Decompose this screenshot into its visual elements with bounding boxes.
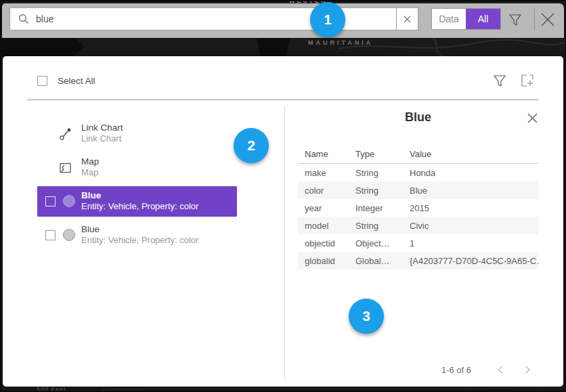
attr-value: 2015 xyxy=(410,199,538,217)
panel-divider xyxy=(284,106,285,379)
column-header-type: Type xyxy=(355,144,410,164)
result-title: Map xyxy=(81,156,99,167)
attr-value: Blue xyxy=(410,181,538,199)
result-item-map[interactable]: Map Map xyxy=(37,152,237,183)
attr-value: Civic xyxy=(410,217,538,234)
table-row: make String Honda xyxy=(298,164,538,182)
result-subtitle: Map xyxy=(81,167,99,178)
attr-type: String xyxy=(355,181,410,199)
search-box xyxy=(9,7,418,30)
column-header-name: Name xyxy=(298,144,355,164)
map-icon xyxy=(59,161,72,175)
attr-type: String xyxy=(355,164,410,182)
chevron-right-icon xyxy=(524,365,531,374)
close-icon xyxy=(527,112,538,124)
result-checkbox[interactable] xyxy=(45,196,56,206)
toolbar-divider xyxy=(534,9,535,30)
search-toolbar: Data All xyxy=(2,3,564,38)
attr-type: Global… xyxy=(355,252,410,269)
table-row: color String Blue xyxy=(298,181,538,199)
result-subtitle: Link Chart xyxy=(81,133,123,144)
pagination-next-button[interactable] xyxy=(520,362,535,377)
add-to-selection-button[interactable] xyxy=(521,74,535,91)
table-row: objectid Object… 1 xyxy=(298,234,538,252)
result-subtitle: Entity: Vehicle, Property: color xyxy=(81,201,198,212)
header-divider xyxy=(27,100,538,100)
table-row: year Integer 2015 xyxy=(298,199,538,217)
table-row: globalid Global… {A4203777-D70D-4C5C-9A6… xyxy=(298,252,538,269)
result-title: Blue xyxy=(81,190,198,201)
circle-swatch-icon xyxy=(63,195,75,207)
attr-value: {A4203777-D70D-4C5C-9A65-C… xyxy=(410,252,538,269)
table-header-row: Name Type Value xyxy=(298,144,538,164)
clear-icon xyxy=(404,16,411,23)
result-item-blue-selected[interactable]: Blue Entity: Vehicle, Property: color xyxy=(37,186,237,217)
filter-icon xyxy=(508,13,522,28)
attr-name: model xyxy=(298,217,355,234)
column-header-value: Value xyxy=(410,144,538,164)
result-item-blue[interactable]: Blue Entity: Vehicle, Property: color xyxy=(37,220,237,251)
attr-name: color xyxy=(298,181,355,199)
filter-icon xyxy=(493,74,506,89)
attr-value: Honda xyxy=(410,164,538,182)
app-window: WESTER MAURITANIA 500 Feet Data All xyxy=(0,0,566,392)
mode-all-button[interactable]: All xyxy=(466,9,500,29)
select-all-label: Select All xyxy=(58,76,95,86)
chevron-left-icon xyxy=(497,365,504,374)
callout-badge-1: 1 xyxy=(310,2,345,37)
result-title: Link Chart xyxy=(81,123,123,133)
search-mode-toggle: Data All xyxy=(431,8,501,30)
attr-value: 1 xyxy=(410,234,538,252)
search-filter-button[interactable] xyxy=(508,13,522,30)
attr-name: globalid xyxy=(298,252,355,269)
map-label-mauritania: MAURITANIA xyxy=(308,39,373,46)
attr-type: Object… xyxy=(355,234,410,252)
table-row: model String Civic xyxy=(298,217,538,234)
attribute-table: Name Type Value make String Honda color … xyxy=(298,144,538,269)
mode-data-button[interactable]: Data xyxy=(432,9,466,29)
attr-name: year xyxy=(298,199,355,217)
callout-badge-2: 2 xyxy=(234,128,269,163)
attr-name: make xyxy=(298,164,355,182)
close-icon xyxy=(538,10,557,29)
add-item-icon xyxy=(521,74,535,88)
select-all-checkbox[interactable] xyxy=(37,76,47,86)
search-icon xyxy=(18,14,29,24)
results-filter-button[interactable] xyxy=(493,74,506,91)
link-chart-icon xyxy=(59,127,72,141)
attr-type: String xyxy=(355,217,410,234)
clear-search-button[interactable] xyxy=(396,8,418,30)
result-title: Blue xyxy=(81,224,198,235)
result-subtitle: Entity: Vehicle, Property: color xyxy=(81,235,198,246)
detail-title: Blue xyxy=(298,110,538,125)
map-scale-label: 500 Feet xyxy=(37,386,66,392)
callout-badge-3: 3 xyxy=(349,299,384,334)
attr-type: Integer xyxy=(355,199,410,217)
result-item-link-chart[interactable]: Link Chart Link Chart xyxy=(37,118,237,149)
pagination-label: 1-6 of 6 xyxy=(409,365,471,375)
circle-swatch-icon xyxy=(63,229,75,241)
pagination-prev-button[interactable] xyxy=(493,362,508,377)
search-results-panel: Select All Link Chart Link Char xyxy=(3,56,563,387)
result-checkbox[interactable] xyxy=(45,230,56,240)
close-search-button[interactable] xyxy=(538,10,557,32)
close-detail-button[interactable] xyxy=(527,112,538,127)
attr-name: objectid xyxy=(298,234,355,252)
